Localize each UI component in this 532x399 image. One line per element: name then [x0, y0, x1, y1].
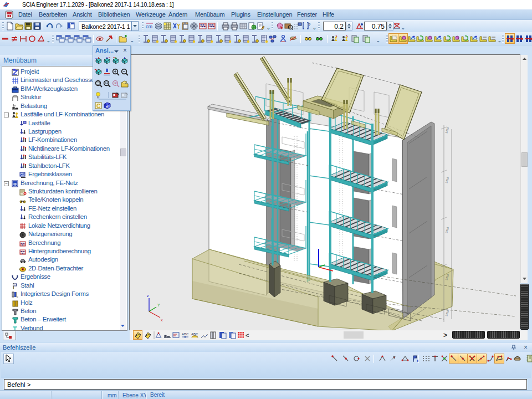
svg-text:R: R: [114, 81, 117, 85]
svg-text:3410: 3410: [444, 127, 449, 134]
svg-text:ABC: ABC: [182, 332, 189, 336]
svg-text:3410: 3410: [444, 177, 449, 184]
svg-text:z: z: [147, 294, 149, 298]
svg-text:3410: 3410: [444, 227, 449, 234]
svg-text:ABC: ABC: [191, 332, 198, 336]
svg-text:3410: 3410: [444, 310, 449, 317]
svg-text:<: <: [245, 332, 249, 339]
svg-text:C: C: [96, 103, 100, 109]
svg-text:Y: Y: [157, 303, 160, 307]
svg-text:x: x: [161, 318, 163, 322]
